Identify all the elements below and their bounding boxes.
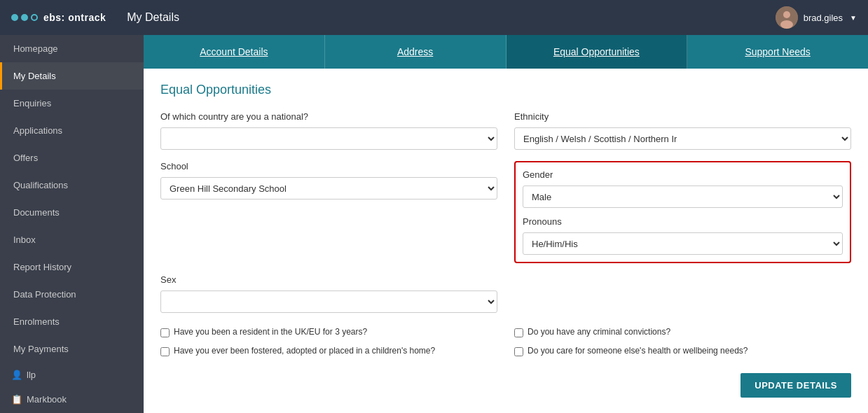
logo-dots: [11, 14, 38, 21]
grid-spacer: [514, 274, 851, 313]
tab-account-details[interactable]: Account Details: [144, 35, 325, 69]
svg-point-2: [780, 20, 793, 29]
checkboxes-grid: Have you been a resident in the UK/EU fo…: [160, 327, 851, 356]
sidebar-label-report-history: Report History: [13, 262, 71, 272]
nationality-group: Of which country are you a national?: [160, 111, 497, 150]
logo-dot-2: [21, 14, 28, 21]
checkbox-label-fostered: Have you ever been fostered, adopted or …: [174, 346, 435, 356]
school-group: School Green Hill Secondary School: [160, 161, 497, 263]
form-area: Equal Opportunities Of which country are…: [144, 69, 868, 413]
checkbox-criminal[interactable]: [514, 328, 523, 337]
checkbox-uk-resident[interactable]: [160, 328, 170, 337]
tab-address[interactable]: Address: [325, 35, 507, 69]
pronouns-label: Pronouns: [523, 216, 843, 227]
sidebar-item-homepage[interactable]: Homepage: [0, 35, 144, 62]
navbar: ebs: ontrack My Details brad.giles ▼: [0, 0, 868, 35]
form-grid: Of which country are you a national? Eth…: [160, 111, 851, 313]
school-select[interactable]: Green Hill Secondary School: [160, 177, 497, 200]
avatar: [776, 6, 798, 29]
ethnicity-select[interactable]: English / Welsh / Scottish / Northern Ir: [514, 127, 851, 150]
sidebar-item-my-payments[interactable]: My Payments: [0, 335, 144, 363]
tab-bar: Account Details Address Equal Opportunit…: [144, 35, 868, 69]
page-title: My Details: [127, 11, 775, 24]
logo-dot-1: [11, 14, 18, 21]
sidebar-label-llp: llp: [27, 370, 36, 380]
logo-dot-3: [31, 14, 38, 21]
sidebar-label-my-payments: My Payments: [13, 344, 69, 354]
checkbox-item-fostered: Have you ever been fostered, adopted or …: [160, 346, 497, 356]
sidebar-item-markbook[interactable]: 📋 Markbook: [0, 387, 144, 412]
checkbox-item-uk-resident: Have you been a resident in the UK/EU fo…: [160, 327, 497, 337]
user-dropdown-arrow: ▼: [850, 14, 857, 22]
sidebar-label-applications: Applications: [13, 125, 62, 136]
sidebar-item-report-history[interactable]: Report History: [0, 253, 144, 281]
sex-label: Sex: [160, 274, 497, 285]
nationality-label: Of which country are you a national?: [160, 111, 497, 122]
sidebar-item-offers[interactable]: Offers: [0, 144, 144, 172]
checkbox-item-criminal: Do you have any criminal convictions?: [514, 327, 851, 337]
checkbox-fostered[interactable]: [160, 347, 170, 356]
sidebar-label-homepage: Homepage: [13, 43, 58, 54]
svg-point-1: [783, 11, 790, 18]
book-icon: 📋: [11, 394, 22, 405]
sidebar-label-enrolments: Enrolments: [13, 316, 60, 327]
sidebar-label-qualifications: Qualifications: [13, 180, 68, 190]
ethnicity-label: Ethnicity: [514, 111, 851, 122]
tab-equal-opportunities[interactable]: Equal Opportunities: [507, 35, 688, 69]
sidebar-label-markbook: Markbook: [27, 394, 67, 405]
logo-text: ebs: ontrack: [43, 12, 106, 23]
sidebar-item-applications[interactable]: Applications: [0, 117, 144, 144]
gender-select[interactable]: Male: [523, 186, 843, 208]
checkbox-label-criminal: Do you have any criminal convictions?: [528, 327, 670, 337]
sex-group: Sex: [160, 274, 497, 313]
sidebar-item-my-details[interactable]: My Details: [0, 62, 144, 90]
sidebar-item-qualifications[interactable]: Qualifications: [0, 172, 144, 199]
ethnicity-group: Ethnicity English / Welsh / Scottish / N…: [514, 111, 851, 150]
sidebar-label-offers: Offers: [13, 153, 38, 163]
sidebar: Homepage My Details Enquiries Applicatio…: [0, 35, 144, 413]
nationality-select[interactable]: [160, 127, 497, 150]
sidebar-item-inbox[interactable]: Inbox: [0, 226, 144, 253]
school-label: School: [160, 161, 497, 172]
user-menu[interactable]: brad.giles ▼: [776, 6, 857, 29]
sex-select[interactable]: [160, 290, 497, 313]
checkbox-carer[interactable]: [514, 347, 523, 356]
sidebar-label-inbox: Inbox: [13, 234, 36, 245]
gender-pronouns-group: Gender Male Pronouns He/Him/His: [514, 161, 851, 263]
sidebar-label-documents: Documents: [13, 207, 60, 218]
sidebar-item-data-protection[interactable]: Data Protection: [0, 281, 144, 308]
sidebar-label-data-protection: Data Protection: [13, 289, 76, 300]
sidebar-item-enrolments[interactable]: Enrolments: [0, 308, 144, 335]
pronouns-select[interactable]: He/Him/His: [523, 232, 843, 255]
content-area: Account Details Address Equal Opportunit…: [144, 35, 868, 413]
update-details-button[interactable]: UPDATE DETAILS: [740, 373, 851, 398]
username-label: brad.giles: [804, 13, 843, 23]
person-icon: 👤: [11, 370, 22, 380]
form-footer: UPDATE DETAILS: [160, 368, 851, 406]
pronouns-group: Pronouns He/Him/His: [523, 216, 843, 255]
sidebar-item-llp[interactable]: 👤 llp: [0, 363, 144, 387]
gender-label: Gender: [523, 169, 843, 180]
main-layout: Homepage My Details Enquiries Applicatio…: [0, 35, 868, 413]
section-title: Equal Opportunities: [160, 83, 851, 97]
checkbox-label-carer: Do you care for someone else's health or…: [528, 346, 748, 356]
checkbox-item-carer: Do you care for someone else's health or…: [514, 346, 851, 356]
sidebar-label-enquiries: Enquiries: [13, 98, 51, 108]
gender-group: Gender Male: [523, 169, 843, 208]
sidebar-label-my-details: My Details: [13, 71, 56, 81]
tab-support-needs[interactable]: Support Needs: [687, 35, 868, 69]
checkbox-label-uk-resident: Have you been a resident in the UK/EU fo…: [174, 327, 367, 337]
sidebar-item-documents[interactable]: Documents: [0, 199, 144, 226]
logo: ebs: ontrack: [11, 12, 106, 23]
sidebar-item-enquiries[interactable]: Enquiries: [0, 90, 144, 117]
